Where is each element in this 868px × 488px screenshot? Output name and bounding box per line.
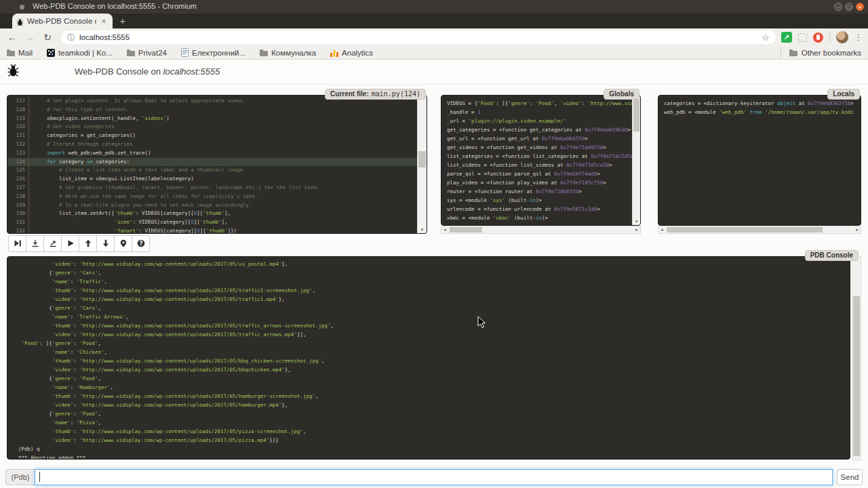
help-button[interactable]: ? (132, 235, 150, 252)
scroll-down-arrow-icon[interactable]: ▾ (418, 226, 427, 233)
code-vertical-scrollbar[interactable]: ▾ (417, 96, 427, 233)
bookmark-label: Analytics (342, 49, 373, 57)
extension-green-icon[interactable]: ↗ (781, 32, 792, 43)
globals-line: _handle = 1 (447, 108, 633, 117)
other-bookmarks-button[interactable]: Other bookmarks (781, 47, 861, 58)
line-number: 118 (7, 106, 29, 115)
globals-vertical-scrollbar[interactable]: ▾ (632, 96, 640, 225)
scroll-left-arrow-icon[interactable]: ◂ (658, 226, 665, 233)
extension-dashed-icon[interactable] (798, 33, 807, 42)
maximize-button[interactable]: □ (845, 3, 853, 11)
console-line: 'video': 'http://www.vidsplay.com/wp-con… (18, 436, 850, 445)
console-line: 'name': 'Pizza', (18, 418, 850, 427)
up-button[interactable] (79, 235, 97, 252)
document-icon (181, 48, 189, 57)
bookmark-item[interactable]: Електронний... (181, 48, 245, 57)
console-line: 'thumb': 'http://www.vidsplay.com/wp-con… (18, 392, 850, 401)
console-line: 'name': 'Traffic Arrows', (18, 312, 850, 321)
console-line: 'video': 'http://www.vidsplay.com/wp-con… (18, 401, 850, 409)
return-button[interactable] (43, 235, 62, 252)
current-file-panel[interactable]: 117 # Set plugin content. It allows Kodi… (7, 95, 427, 234)
scrollbar-thumb[interactable] (853, 296, 860, 456)
pdb-command-input[interactable] (35, 469, 833, 485)
window-controls: –□× (834, 3, 864, 11)
code-text: 'fanart': VIDEOS[category][0]['thumb']}) (29, 227, 237, 233)
next-button[interactable] (8, 235, 26, 252)
bookmark-item[interactable]: Коммуналка (260, 49, 316, 57)
console-line: 'Food': [{'genre': 'Food', (18, 339, 850, 348)
profile-avatar[interactable] (836, 31, 848, 43)
code-line: 127 # Set graphics (thumbnail, fanart, b… (7, 184, 418, 192)
scrollbar-thumb[interactable] (633, 99, 639, 131)
close-button[interactable]: × (856, 3, 864, 11)
bookmark-label: Коммуналка (271, 49, 316, 57)
where-button[interactable] (114, 235, 132, 252)
globals-panel[interactable]: VIDEOS = {'Food': [{'genre': 'Food', 'vi… (441, 95, 641, 226)
text-caret (39, 472, 40, 482)
globals-line: router = <function router at 0x7f9e71068… (447, 187, 633, 196)
tab-strip: Web-PDB Console on loca × + (0, 14, 868, 28)
scroll-right-arrow-icon[interactable]: ▸ (854, 226, 861, 233)
code-line: 121 categories = get_categories() (7, 131, 418, 140)
scroll-right-arrow-icon[interactable]: ▸ (633, 226, 640, 233)
code-text: # In a real-life plugin you need to set … (29, 201, 252, 210)
code-line: 126 list_item = xbmcgui.ListItem(label=c… (7, 175, 418, 184)
continue-button[interactable] (61, 235, 79, 252)
step-out-icon (49, 238, 57, 250)
globals-horizontal-scrollbar[interactable]: ◂ ▸ (441, 226, 641, 234)
bookmark-star-icon[interactable]: ☆ (762, 33, 770, 43)
code-text: # Get video categories (29, 123, 114, 131)
code-text: # Create a list item with a text label a… (29, 166, 246, 175)
adblock-icon[interactable] (813, 33, 823, 43)
globals-line: _url = 'plugin://plugin.video.example/' (447, 117, 633, 125)
locals-panel[interactable]: categories = <dictionary-keyiterator obj… (658, 95, 861, 226)
forward-icon[interactable]: → (23, 32, 37, 43)
send-button[interactable]: Send (837, 469, 863, 485)
locals-horizontal-scrollbar[interactable]: ◂ ▸ (658, 226, 861, 234)
scroll-left-arrow-icon[interactable]: ◂ (441, 226, 448, 233)
back-icon[interactable]: ← (5, 32, 19, 43)
browser-tab[interactable]: Web-PDB Console on loca × (12, 14, 113, 28)
step-button[interactable] (26, 235, 44, 252)
bookmark-item[interactable]: Mail (7, 49, 33, 57)
extensions-row: ↗ ⋮ (781, 31, 863, 43)
code-line: 128 # Here we use the same image for all… (7, 192, 418, 201)
scrollbar-thumb[interactable] (667, 227, 823, 232)
locals-line: categories = <dictionary-keyiterator obj… (664, 99, 853, 108)
bookmark-item[interactable]: teamkodi | Ko... (47, 49, 113, 57)
bookmark-item[interactable]: Analytics (330, 49, 373, 57)
locals-line: web_pdb = <module 'web_pdb' from '/home/… (664, 108, 853, 117)
code-text: list_item.setArt({'thumb': VIDEOS[catego… (29, 209, 231, 218)
address-text[interactable]: localhost:5555 (79, 33, 762, 41)
site-info-icon[interactable]: ⓘ (67, 33, 75, 43)
down-button[interactable] (96, 235, 115, 252)
code-text: import web_pdb;web_pdb.set_trace() (29, 149, 151, 158)
code-line: 124 for category in categories: (7, 158, 418, 167)
console-vertical-scrollbar[interactable] (852, 256, 861, 461)
console-line: {'genre': 'Cars', (18, 268, 850, 277)
scroll-down-arrow-icon[interactable]: ▾ (633, 218, 640, 225)
tab-close-icon[interactable]: × (99, 16, 108, 26)
scrollbar-thumb[interactable] (450, 227, 482, 232)
page-header: Web-PDB Console on localhost:5555 (0, 60, 868, 85)
address-bar[interactable]: ⓘ localhost:5555 ☆ (61, 30, 776, 44)
reload-icon[interactable]: ↻ (41, 32, 54, 43)
line-number: 129 (7, 201, 29, 210)
code-text: list_item = xbmcgui.ListItem(label=categ… (29, 175, 194, 184)
pdb-console-panel[interactable]: 'video': 'http://www.vidsplay.com/wp-con… (7, 256, 850, 460)
line-number: 126 (7, 175, 29, 184)
line-number: 127 (7, 184, 29, 192)
browser-menu-icon[interactable]: ⋮ (854, 33, 863, 42)
scrollbar-thumb[interactable] (418, 151, 426, 167)
question-icon: ? (137, 238, 145, 250)
code-text: # Set plugin content. It allows Kodi to … (29, 97, 243, 106)
current-file-label: Current file:main.py(124) (325, 89, 426, 100)
new-tab-button[interactable]: + (117, 15, 129, 27)
globals-line: parse_qsl = <function parse_qsl at 0x7f9… (447, 169, 633, 178)
minimize-button[interactable]: – (834, 3, 842, 11)
bookmark-item[interactable]: Privat24 (127, 49, 167, 57)
page-title-host: localhost:5555 (163, 66, 220, 77)
code-line: 125 # Create a list item with a text lab… (7, 166, 418, 175)
file-panel-code: 117 # Set plugin content. It allows Kodi… (7, 97, 418, 233)
step-into-icon (31, 238, 39, 250)
